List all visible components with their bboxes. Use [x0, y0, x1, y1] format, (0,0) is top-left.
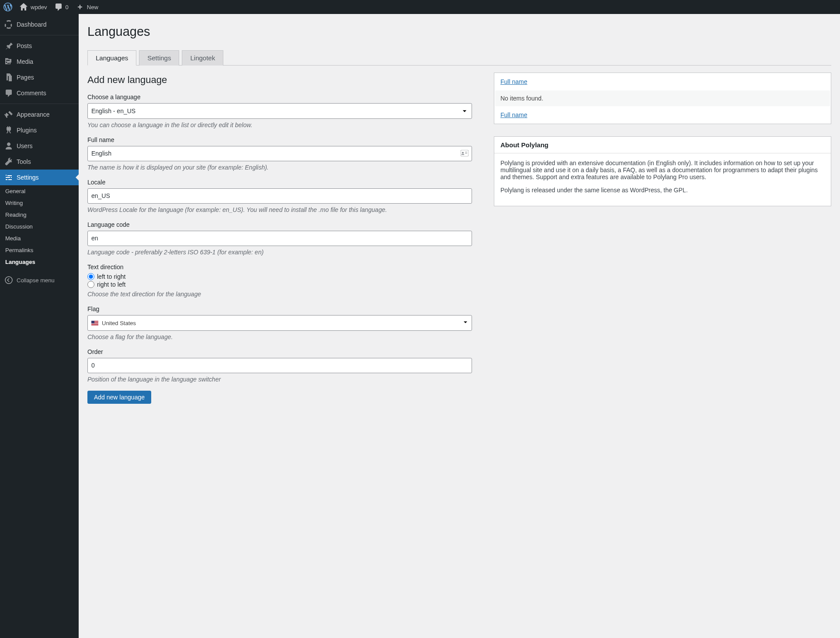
- tabs: Languages Settings Lingotek: [87, 50, 831, 66]
- comments-icon: [4, 89, 13, 97]
- tab-lingotek[interactable]: Lingotek: [182, 50, 223, 66]
- locale-input[interactable]: [87, 188, 472, 204]
- fullname-input[interactable]: [87, 146, 472, 161]
- submenu-discussion[interactable]: Discussion: [0, 221, 79, 232]
- comments-link[interactable]: 0: [51, 0, 72, 14]
- radio-ltr-input[interactable]: [87, 273, 94, 280]
- flag-value: United States: [102, 320, 136, 326]
- menu-label: Comments: [17, 90, 46, 97]
- admin-menu: Dashboard Posts Media Pages Comments App…: [0, 14, 79, 638]
- direction-label: Text direction: [87, 264, 472, 270]
- flag-label: Flag: [87, 305, 472, 312]
- radio-ltr[interactable]: left to right: [87, 273, 472, 280]
- table-header-fullname[interactable]: Full name: [500, 78, 527, 85]
- menu-label: Posts: [17, 42, 32, 49]
- about-title: About Polylang: [494, 137, 831, 153]
- tab-settings[interactable]: Settings: [139, 50, 179, 66]
- page-title: Languages: [87, 24, 831, 39]
- radio-rtl[interactable]: right to left: [87, 281, 472, 288]
- about-p2: Polylang is released under the same lice…: [500, 187, 825, 194]
- admin-bar: wpdev 0 New: [0, 0, 840, 14]
- menu-comments[interactable]: Comments: [0, 85, 79, 101]
- wp-logo[interactable]: [0, 0, 16, 14]
- fullname-label: Full name: [87, 136, 472, 143]
- svg-rect-3: [462, 154, 464, 155]
- about-box: About Polylang Polylang is provided with…: [494, 136, 831, 206]
- menu-tools[interactable]: Tools: [0, 154, 79, 170]
- radio-rtl-input[interactable]: [87, 281, 94, 288]
- svg-rect-1: [461, 150, 469, 156]
- code-input[interactable]: [87, 231, 472, 246]
- submenu-media[interactable]: Media: [0, 232, 79, 244]
- code-label: Language code: [87, 221, 472, 228]
- flag-desc: Choose a flag for the language.: [87, 333, 472, 340]
- menu-posts[interactable]: Posts: [0, 38, 79, 54]
- submenu-permalinks[interactable]: Permalinks: [0, 244, 79, 256]
- main-content: Languages Languages Settings Lingotek Ad…: [79, 14, 840, 421]
- submit-button[interactable]: Add new language: [87, 391, 151, 404]
- section-heading: Add new language: [87, 74, 472, 86]
- submenu-general[interactable]: General: [0, 185, 79, 197]
- code-desc: Language code - preferably 2-letters ISO…: [87, 249, 472, 256]
- locale-label: Locale: [87, 179, 472, 186]
- menu-label: Settings: [17, 174, 39, 181]
- wrench-icon: [4, 157, 13, 166]
- table-empty: No items found.: [495, 90, 830, 106]
- submenu-languages[interactable]: Languages: [0, 256, 79, 268]
- menu-label: Dashboard: [17, 21, 47, 28]
- svg-point-2: [462, 152, 464, 153]
- svg-point-0: [5, 277, 12, 284]
- home-icon: [19, 3, 28, 11]
- id-card-icon: [461, 150, 469, 157]
- site-name-link[interactable]: wpdev: [16, 0, 51, 14]
- pin-icon: [4, 42, 13, 50]
- order-input[interactable]: [87, 358, 472, 373]
- site-name-text: wpdev: [31, 4, 47, 10]
- media-icon: [4, 57, 13, 66]
- order-label: Order: [87, 348, 472, 355]
- choose-language-select[interactable]: English - en_US: [87, 103, 472, 119]
- flag-select[interactable]: United States: [87, 315, 472, 331]
- menu-label: Tools: [17, 158, 31, 165]
- menu-media[interactable]: Media: [0, 54, 79, 69]
- pages-icon: [4, 73, 13, 82]
- comments-icon: [54, 3, 63, 11]
- choose-language-label: Choose a language: [87, 94, 472, 101]
- table-footer-fullname[interactable]: Full name: [500, 111, 527, 118]
- right-column: Full name No items found. Full name Abou…: [494, 73, 831, 206]
- tab-languages[interactable]: Languages: [87, 50, 136, 66]
- choose-desc: You can choose a language in the list or…: [87, 121, 472, 128]
- menu-label: Pages: [17, 74, 34, 81]
- collapse-menu[interactable]: Collapse menu: [0, 272, 79, 288]
- dashboard-icon: [4, 20, 13, 29]
- locale-desc: WordPress Locale for the language (for e…: [87, 206, 472, 213]
- wordpress-icon: [3, 3, 12, 11]
- menu-appearance[interactable]: Appearance: [0, 107, 79, 122]
- add-language-form: Add new language Choose a language Engli…: [87, 73, 472, 404]
- sliders-icon: [4, 173, 13, 182]
- submenu-writing[interactable]: Writing: [0, 197, 79, 209]
- chevron-down-icon: [463, 320, 468, 326]
- menu-plugins[interactable]: Plugins: [0, 122, 79, 138]
- order-desc: Position of the language in the language…: [87, 376, 472, 383]
- comments-count: 0: [66, 4, 69, 10]
- menu-label: Plugins: [17, 127, 37, 134]
- svg-rect-5: [465, 153, 467, 153]
- collapse-icon: [4, 276, 13, 284]
- fullname-desc: The name is how it is displayed on your …: [87, 164, 472, 171]
- menu-dashboard[interactable]: Dashboard: [0, 17, 79, 32]
- svg-rect-4: [465, 152, 467, 152]
- menu-label: Media: [17, 58, 33, 65]
- collapse-label: Collapse menu: [17, 277, 55, 284]
- menu-label: Users: [17, 142, 33, 149]
- menu-pages[interactable]: Pages: [0, 69, 79, 85]
- submenu-reading[interactable]: Reading: [0, 209, 79, 221]
- menu-settings[interactable]: Settings: [0, 170, 79, 185]
- plus-icon: [76, 3, 84, 11]
- brush-icon: [4, 110, 13, 119]
- new-content-text: New: [87, 4, 98, 10]
- menu-users[interactable]: Users: [0, 138, 79, 154]
- new-content-link[interactable]: New: [72, 0, 102, 14]
- about-p1: Polylang is provided with an extensive d…: [500, 160, 825, 180]
- menu-label: Appearance: [17, 111, 50, 118]
